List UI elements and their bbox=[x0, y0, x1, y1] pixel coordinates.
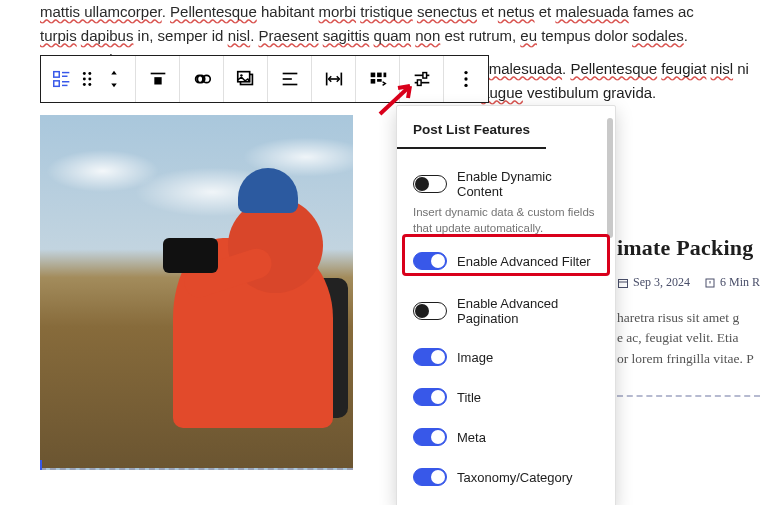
toggle-taxonomy[interactable]: Taxonomy/Category bbox=[397, 462, 615, 492]
link-icon bbox=[191, 68, 213, 90]
post-divider bbox=[617, 395, 760, 397]
table-options-icon bbox=[367, 68, 389, 90]
svg-rect-29 bbox=[422, 73, 426, 79]
svg-point-7 bbox=[88, 72, 91, 75]
width-icon bbox=[323, 68, 345, 90]
toggle-label: Enable Dynamic Content bbox=[457, 169, 599, 199]
toggle-title[interactable]: Title bbox=[397, 382, 615, 412]
toggle-switch[interactable] bbox=[413, 388, 447, 406]
svg-rect-31 bbox=[417, 80, 421, 86]
options-button[interactable] bbox=[356, 56, 400, 102]
toggle-label: Title bbox=[457, 390, 481, 405]
clock-icon bbox=[704, 277, 716, 289]
align-icon bbox=[147, 68, 169, 90]
svg-point-10 bbox=[83, 83, 86, 86]
svg-rect-27 bbox=[377, 79, 382, 82]
svg-point-9 bbox=[88, 78, 91, 81]
toggle-label: Image bbox=[457, 350, 493, 365]
svg-rect-13 bbox=[154, 77, 161, 84]
justify-button[interactable] bbox=[268, 56, 312, 102]
svg-point-8 bbox=[83, 78, 86, 81]
toggle-switch[interactable] bbox=[413, 302, 447, 320]
more-vertical-icon bbox=[455, 68, 477, 90]
sliders-icon bbox=[411, 68, 433, 90]
move-arrows-icon[interactable] bbox=[103, 68, 125, 90]
post-list-features-panel: Post List Features Enable Dynamic Conten… bbox=[396, 105, 616, 505]
justify-icon bbox=[279, 68, 301, 90]
svg-rect-24 bbox=[377, 73, 382, 78]
toggle-label: Meta bbox=[457, 430, 486, 445]
svg-point-32 bbox=[464, 71, 467, 74]
toggle-label: Taxonomy/Category bbox=[457, 470, 573, 485]
filters-button[interactable] bbox=[400, 56, 444, 102]
toggle-label: Enable Advanced Pagination bbox=[457, 296, 599, 326]
post-date: Sep 3, 2024 bbox=[633, 275, 690, 290]
width-button[interactable] bbox=[312, 56, 356, 102]
block-type-button[interactable] bbox=[41, 56, 136, 102]
svg-point-11 bbox=[88, 83, 91, 86]
dynamic-description: Insert dynamic data & custom fields that… bbox=[397, 205, 615, 246]
svg-rect-26 bbox=[370, 79, 375, 84]
svg-point-34 bbox=[464, 84, 467, 87]
toggle-switch[interactable] bbox=[413, 252, 447, 270]
panel-scrollbar[interactable] bbox=[607, 118, 613, 238]
svg-rect-3 bbox=[54, 81, 60, 87]
gallery-button[interactable] bbox=[224, 56, 268, 102]
post-read-time: 6 Min R bbox=[720, 275, 760, 290]
toggle-switch[interactable] bbox=[413, 175, 447, 193]
toggle-switch[interactable] bbox=[413, 348, 447, 366]
panel-title: Post List Features bbox=[397, 122, 546, 149]
align-button[interactable] bbox=[136, 56, 180, 102]
post-card: imate Packing Sep 3, 2024 6 Min R haretr… bbox=[617, 235, 760, 470]
paragraph-overflow-2: r augue vestibulum gravida. bbox=[472, 81, 749, 105]
post-featured-image[interactable] bbox=[40, 115, 353, 470]
toggle-advanced-filter[interactable]: Enable Advanced Filter bbox=[397, 246, 615, 276]
toggle-image[interactable]: Image bbox=[397, 342, 615, 372]
toggle-switch[interactable] bbox=[413, 428, 447, 446]
svg-rect-25 bbox=[383, 73, 386, 78]
link-button[interactable] bbox=[180, 56, 224, 102]
gallery-icon bbox=[235, 68, 257, 90]
toggle-meta[interactable]: Meta bbox=[397, 422, 615, 452]
calendar-icon bbox=[617, 277, 629, 289]
post-list-icon bbox=[51, 68, 73, 90]
post-excerpt: haretra risus sit amet g e ac, feugiat v… bbox=[617, 308, 760, 369]
toggle-advanced-pagination[interactable]: Enable Advanced Pagination bbox=[397, 290, 615, 332]
drag-handle-icon[interactable] bbox=[77, 68, 99, 90]
post-meta: Sep 3, 2024 6 Min R bbox=[617, 275, 760, 290]
post-title[interactable]: imate Packing bbox=[617, 235, 760, 261]
block-toolbar bbox=[40, 55, 489, 103]
more-button[interactable] bbox=[444, 56, 488, 102]
toggle-dynamic-content[interactable]: Enable Dynamic Content bbox=[397, 163, 615, 205]
svg-point-33 bbox=[464, 77, 467, 80]
toggle-switch[interactable] bbox=[413, 468, 447, 486]
svg-point-16 bbox=[240, 74, 242, 76]
svg-rect-23 bbox=[370, 73, 375, 78]
toggle-label: Enable Advanced Filter bbox=[457, 254, 591, 269]
svg-rect-0 bbox=[54, 72, 60, 78]
svg-rect-35 bbox=[618, 279, 627, 287]
paragraph-overflow-1: ta malesuada. Pellentesque feugiat nisl … bbox=[472, 57, 749, 81]
svg-point-6 bbox=[83, 72, 86, 75]
